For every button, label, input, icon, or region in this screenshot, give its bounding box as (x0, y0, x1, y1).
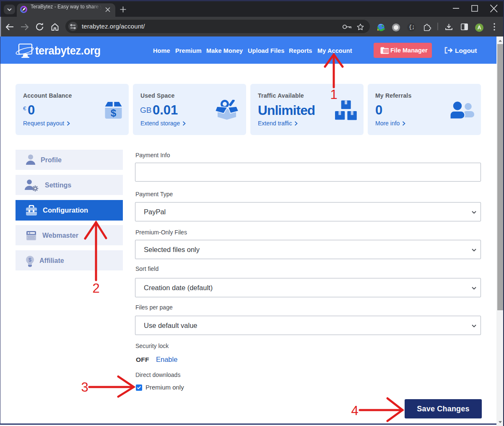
svg-text:1: 1 (330, 87, 337, 102)
svg-text:4: 4 (351, 403, 358, 418)
svg-text:2: 2 (92, 281, 99, 296)
svg-text:3: 3 (81, 380, 88, 395)
